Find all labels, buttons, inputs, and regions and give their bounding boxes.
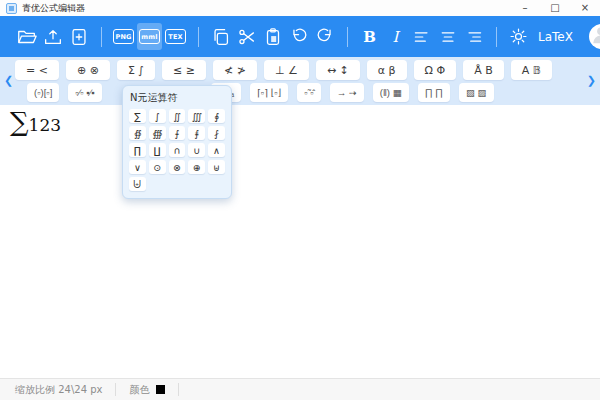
symbol-button[interactable]: ∨ xyxy=(129,160,146,174)
toolbar-separator xyxy=(198,27,199,47)
italic-button[interactable]: I xyxy=(383,23,408,50)
symbol-button[interactable]: ∏ xyxy=(129,143,146,157)
nary-operator-panel: N元运算符 ∑∫∬∭∮∯∰⨍⨎⨏∏∐∩∪∧∨⊙⊗⊕⊎⨄ xyxy=(122,85,232,199)
symbol-band: ❮ = <⊕ ⊗Σ ∫≤ ≥≮ ≯⊥ ∠↔ ↕α βΩ ΦÅ BA 𝔹 (▫)[… xyxy=(0,57,600,105)
symbol-button[interactable]: ⊗ xyxy=(169,160,186,174)
cut-button[interactable] xyxy=(234,23,259,50)
formula-text: 123 xyxy=(29,115,61,135)
align-center-button[interactable] xyxy=(435,23,460,50)
symbol-button[interactable]: ∩ xyxy=(169,143,186,157)
category-negated-relations[interactable]: ≮ ≯ xyxy=(213,60,257,80)
status-bar: 缩放比例 24\24 px 颜色 xyxy=(0,378,600,400)
gear-icon xyxy=(508,26,529,47)
symbol-button[interactable]: ∰ xyxy=(149,126,166,140)
symbol-button[interactable]: ∭ xyxy=(188,109,205,123)
user-icon xyxy=(590,24,600,49)
bold-button[interactable]: B xyxy=(357,23,382,50)
window-controls: – □ × xyxy=(510,0,600,16)
scissors-icon xyxy=(236,26,258,48)
app-icon xyxy=(6,3,17,14)
paste-button[interactable] xyxy=(260,23,285,50)
symbol-button[interactable]: ∪ xyxy=(188,143,205,157)
symbol-button[interactable]: ∬ xyxy=(169,109,186,123)
category-inequalities[interactable]: ≤ ≥ xyxy=(162,60,206,80)
bracket-template[interactable]: (▫)[▫] xyxy=(27,83,59,102)
scroll-right-icon[interactable]: ❯ xyxy=(587,74,596,88)
maximize-button[interactable]: □ xyxy=(540,0,570,16)
formula-canvas[interactable]: ∑123 xyxy=(0,105,600,378)
symbol-button[interactable]: ⊙ xyxy=(149,160,166,174)
bold-label: B xyxy=(363,28,376,46)
new-formula-button[interactable] xyxy=(66,23,91,50)
symbol-button[interactable]: ∧ xyxy=(208,143,225,157)
limit-template[interactable]: ∏ ∏ xyxy=(418,83,450,102)
main-toolbar: PNG mml TEX B I xyxy=(0,16,600,57)
italic-label: I xyxy=(393,28,399,46)
copy-button[interactable] xyxy=(208,23,233,50)
toolbar-separator xyxy=(347,27,348,47)
symbol-button[interactable]: ⨄ xyxy=(129,177,146,191)
app-window: 青优公式编辑器 – □ × PNG mml TEX xyxy=(0,0,600,400)
category-bar: = <⊕ ⊗Σ ∫≤ ≥≮ ≯⊥ ∠↔ ↕α βΩ ΦÅ BA 𝔹 xyxy=(15,60,552,80)
sigma-symbol: ∑ xyxy=(10,107,29,137)
align-right-button[interactable] xyxy=(461,23,486,50)
symbol-button[interactable]: ⊕ xyxy=(188,160,205,174)
align-left-button[interactable] xyxy=(409,23,434,50)
export-mathml-button[interactable]: mml xyxy=(137,23,162,50)
symbol-button[interactable]: ⊎ xyxy=(208,160,225,174)
copy-icon xyxy=(210,26,232,48)
tex-file-icon: TEX xyxy=(165,29,186,44)
fence-template[interactable]: ⌈▫⌉ ⌊▫⌋ xyxy=(250,83,288,102)
open-file-button[interactable] xyxy=(14,23,39,50)
clipboard-icon xyxy=(262,26,284,48)
matrix-template[interactable]: (‖) ▦ xyxy=(373,83,409,102)
scroll-left-icon[interactable]: ❮ xyxy=(4,74,13,88)
symbol-button[interactable]: ∑ xyxy=(129,109,146,123)
user-avatar[interactable] xyxy=(589,24,600,49)
close-button[interactable]: × xyxy=(570,0,600,16)
latex-mode-button[interactable]: LaTeX xyxy=(538,30,573,44)
box-template[interactable]: ▨ ▨ xyxy=(459,83,494,102)
category-accented-letters[interactable]: Å B xyxy=(463,60,504,80)
category-geometry[interactable]: ⊥ ∠ xyxy=(264,60,309,80)
color-swatch[interactable] xyxy=(156,385,165,394)
category-arrows[interactable]: ↔ ↕ xyxy=(316,60,360,80)
symbol-button[interactable]: ⨎ xyxy=(188,126,205,140)
window-title: 青优公式编辑器 xyxy=(22,0,85,16)
category-operators[interactable]: ⊕ ⊗ xyxy=(66,60,110,80)
png-file-icon: PNG xyxy=(113,29,134,44)
symbol-button[interactable]: ∫ xyxy=(149,109,166,123)
symbol-button[interactable]: ∐ xyxy=(149,143,166,157)
zoom-ratio-label: 缩放比例 24\24 px xyxy=(15,383,102,397)
new-file-icon xyxy=(68,26,90,48)
undo-button[interactable] xyxy=(286,23,311,50)
arrow-template[interactable]: → ⇢ xyxy=(330,83,364,102)
symbol-button[interactable]: ⨏ xyxy=(208,126,225,140)
redo-button[interactable] xyxy=(312,23,337,50)
symbol-button[interactable]: ⨍ xyxy=(169,126,186,140)
redo-icon xyxy=(314,26,336,48)
align-right-icon xyxy=(464,27,484,47)
category-letter-styles[interactable]: A 𝔹 xyxy=(511,60,552,80)
folder-open-icon xyxy=(16,26,38,48)
category-nary[interactable]: Σ ∫ xyxy=(117,60,155,80)
category-greek-upper[interactable]: Ω Φ xyxy=(414,60,457,80)
color-label: 颜色 xyxy=(129,383,149,397)
category-relations[interactable]: = < xyxy=(15,60,59,80)
symbol-button[interactable]: ∯ xyxy=(129,126,146,140)
settings-button[interactable] xyxy=(506,23,531,50)
category-greek-lower[interactable]: α β xyxy=(367,60,407,80)
export-tex-button[interactable]: TEX xyxy=(163,23,188,50)
upload-icon xyxy=(42,26,64,48)
fraction-template[interactable]: ▫∕▫ ▪∕▪ xyxy=(68,83,101,102)
status-separator xyxy=(115,383,116,396)
symbol-button[interactable]: ∮ xyxy=(208,109,225,123)
undo-icon xyxy=(288,26,310,48)
mml-file-icon: mml xyxy=(139,29,160,44)
formula-content: ∑123 xyxy=(10,116,61,135)
accent-template[interactable]: ▫̃ ▫̂ xyxy=(297,83,320,102)
export-button[interactable] xyxy=(40,23,65,50)
symbol-grid: ∑∫∬∭∮∯∰⨍⨎⨏∏∐∩∪∧∨⊙⊗⊕⊎⨄ xyxy=(129,109,225,191)
export-png-button[interactable]: PNG xyxy=(111,23,136,50)
minimize-button[interactable]: – xyxy=(510,0,540,16)
